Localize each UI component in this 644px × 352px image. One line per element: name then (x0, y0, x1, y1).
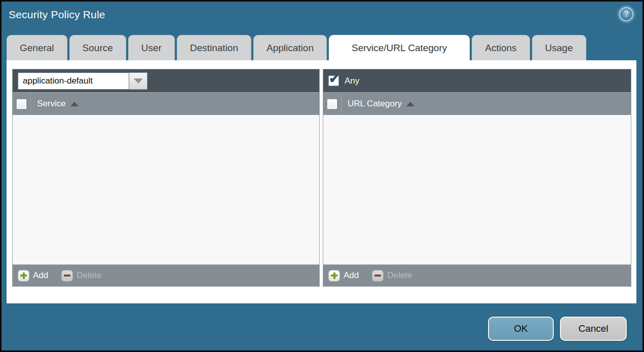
sort-ascending-icon[interactable] (406, 102, 414, 106)
service-select-all-checkbox[interactable] (16, 99, 27, 109)
service-delete-button[interactable]: Delete (61, 270, 101, 282)
screen-frame: Security Policy Rule ? General Source Us… (0, 0, 644, 352)
tab-user[interactable]: User (128, 35, 175, 60)
service-list-body[interactable] (13, 115, 319, 264)
ok-button[interactable]: OK (488, 317, 554, 341)
url-category-select-all-checkbox[interactable] (327, 99, 337, 109)
url-category-add-button[interactable]: Add (328, 270, 359, 282)
tab-usage[interactable]: Usage (532, 35, 586, 60)
any-label: Any (345, 76, 359, 86)
url-category-panel: ✔ Any URL Category (323, 69, 631, 287)
tab-actions[interactable]: Actions (472, 35, 529, 60)
url-category-table-header: URL Category (323, 92, 631, 115)
tab-general[interactable]: General (7, 35, 67, 60)
minus-icon (61, 270, 73, 282)
security-policy-rule-dialog: Security Policy Rule ? General Source Us… (2, 2, 642, 350)
url-category-toolbar: ✔ Any (323, 69, 631, 92)
service-type-dropdown[interactable]: application-default (18, 72, 147, 90)
help-icon[interactable]: ? (619, 7, 633, 21)
plus-icon (328, 270, 340, 282)
tab-content: application-default Service (7, 60, 636, 303)
tab-application[interactable]: Application (253, 35, 327, 60)
url-category-column-header[interactable]: URL Category (348, 99, 402, 109)
tab-destination[interactable]: Destination (177, 35, 251, 60)
service-footer: Add Delete (13, 264, 319, 286)
cancel-button[interactable]: Cancel (560, 317, 627, 341)
any-checkbox[interactable]: ✔ (328, 75, 339, 86)
header-divider (341, 93, 342, 115)
tab-source[interactable]: Source (69, 35, 126, 60)
url-category-delete-button[interactable]: Delete (372, 270, 412, 282)
service-add-button[interactable]: Add (18, 270, 48, 282)
header-divider (30, 93, 31, 115)
checkmark-icon: ✔ (329, 72, 339, 85)
title-bar: Security Policy Rule ? (2, 2, 642, 32)
service-panel: application-default Service (12, 69, 320, 287)
service-type-dropdown-value[interactable]: application-default (18, 72, 129, 90)
service-toolbar: application-default (13, 69, 319, 92)
url-category-list-body[interactable] (323, 115, 631, 264)
minus-icon (372, 270, 384, 282)
dialog-footer: OK Cancel (488, 317, 627, 341)
service-table-header: Service (13, 92, 319, 115)
tab-bar: General Source User Destination Applicat… (7, 35, 586, 60)
question-mark-glyph: ? (624, 10, 629, 19)
service-column-header[interactable]: Service (37, 99, 66, 109)
sort-ascending-icon[interactable] (70, 102, 79, 106)
url-category-footer: Add Delete (323, 264, 631, 286)
dialog-title: Security Policy Rule (9, 9, 105, 21)
chevron-down-icon[interactable] (129, 72, 147, 90)
tab-service-url-category[interactable]: Service/URL Category (329, 35, 470, 60)
plus-icon (18, 270, 29, 282)
